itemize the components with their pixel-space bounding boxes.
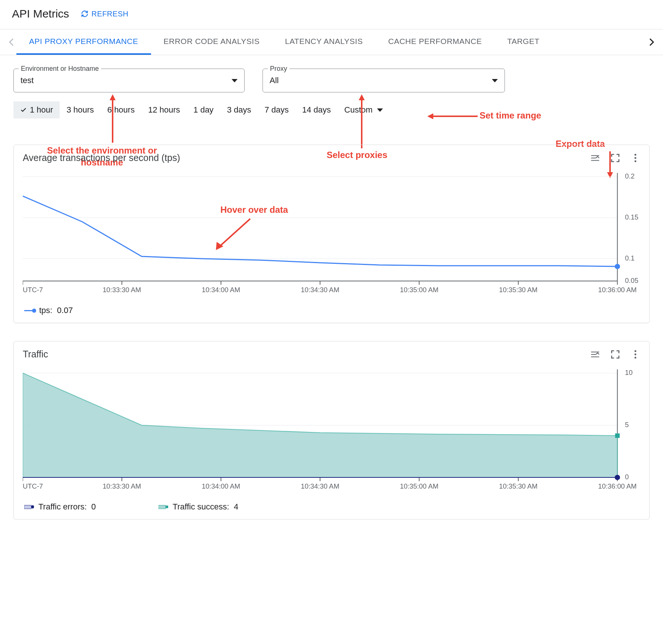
svg-text:10:36:00 AM: 10:36:00 AM	[598, 483, 637, 490]
svg-text:0.1: 0.1	[625, 255, 635, 262]
svg-text:10:35:30 AM: 10:35:30 AM	[499, 483, 537, 490]
tabs-row: API PROXY PERFORMANCE ERROR CODE ANALYSI…	[0, 29, 663, 55]
refresh-icon	[81, 10, 88, 18]
check-icon	[20, 107, 27, 113]
legend-toggle-icon[interactable]	[590, 350, 600, 359]
legend-swatch	[24, 504, 34, 509]
timerange-14days[interactable]: 14 days	[295, 101, 337, 119]
proxy-select-label: Proxy	[268, 65, 289, 73]
svg-text:10:34:30 AM: 10:34:30 AM	[301, 286, 339, 294]
chevron-down-icon	[492, 79, 498, 82]
svg-point-34	[615, 264, 620, 269]
svg-text:10:34:00 AM: 10:34:00 AM	[202, 483, 240, 490]
svg-text:10:34:00 AM: 10:34:00 AM	[202, 286, 240, 294]
proxy-select[interactable]: All	[263, 69, 505, 92]
svg-text:0: 0	[625, 473, 629, 481]
refresh-label: REFRESH	[91, 10, 128, 18]
timerange-custom-label: Custom	[344, 105, 373, 115]
tab-target[interactable]: TARGET	[494, 29, 552, 55]
timerange-12hours[interactable]: 12 hours	[141, 101, 187, 119]
chart-title: Traffic	[23, 349, 48, 360]
chart-tps[interactable]: UTC-7 10:33:30 AM 10:34:00 AM 10:34:30 A…	[23, 169, 640, 300]
svg-text:UTC-7: UTC-7	[23, 483, 43, 490]
svg-text:10:33:30 AM: 10:33:30 AM	[103, 286, 141, 294]
svg-text:10:34:30 AM: 10:34:30 AM	[301, 483, 339, 490]
legend-swatch	[24, 310, 35, 311]
tab-error-code-analysis[interactable]: ERROR CODE ANALYSIS	[151, 29, 273, 55]
chevron-left-icon	[9, 38, 14, 46]
svg-rect-66	[158, 505, 166, 509]
env-select-label: Environment or Hostname	[19, 65, 101, 73]
tab-api-proxy-performance[interactable]: API PROXY PERFORMANCE	[16, 29, 151, 55]
svg-point-38	[635, 353, 637, 355]
svg-text:10: 10	[625, 369, 632, 376]
chart-card-traffic: Traffic UTC-7 10:33:30 AM 10:34:00 AM 10…	[13, 341, 650, 520]
svg-point-39	[635, 357, 637, 359]
svg-point-8	[635, 154, 637, 155]
timerange-3days[interactable]: 3 days	[220, 101, 258, 119]
legend-item-traffic-success[interactable]: Traffic success: 4	[158, 502, 238, 512]
svg-text:5: 5	[625, 421, 629, 429]
chevron-down-icon	[232, 79, 238, 82]
tab-scroll-left[interactable]	[6, 37, 16, 47]
svg-text:10:35:30 AM: 10:35:30 AM	[499, 286, 537, 294]
timerange-7days[interactable]: 7 days	[258, 101, 295, 119]
legend-swatch	[158, 504, 168, 509]
svg-point-9	[635, 157, 637, 159]
svg-rect-64	[24, 505, 31, 509]
chevron-down-icon	[377, 108, 383, 112]
svg-text:10:36:00 AM: 10:36:00 AM	[598, 286, 637, 294]
timerange-3hours[interactable]: 3 hours	[60, 101, 100, 119]
timerange-label: 1 hour	[30, 105, 53, 115]
svg-rect-67	[166, 506, 168, 508]
timerange-6hours[interactable]: 6 hours	[101, 101, 141, 119]
svg-text:UTC-7: UTC-7	[23, 286, 43, 294]
svg-rect-63	[615, 433, 620, 438]
svg-text:10:33:30 AM: 10:33:30 AM	[103, 483, 141, 490]
tab-latency-analysis[interactable]: LATENCY ANALYSIS	[272, 29, 376, 55]
timerange-1hour[interactable]: 1 hour	[13, 101, 60, 119]
chart-traffic[interactable]: UTC-7 10:33:30 AM 10:34:00 AM 10:34:30 A…	[23, 366, 640, 496]
legend-label: Traffic success: 4	[173, 502, 238, 512]
timerange-custom[interactable]: Custom	[337, 101, 390, 119]
svg-point-62	[615, 475, 620, 480]
svg-point-10	[635, 160, 637, 162]
more-options-icon[interactable]	[631, 153, 640, 163]
more-options-icon[interactable]	[631, 350, 640, 359]
page-title: API Metrics	[12, 7, 69, 20]
svg-text:0.05: 0.05	[625, 277, 638, 284]
svg-text:0.2: 0.2	[625, 173, 635, 180]
legend-label: tps: 0.07	[39, 306, 73, 315]
chevron-right-icon	[649, 38, 654, 46]
tab-scroll-right[interactable]	[647, 37, 657, 47]
svg-point-37	[635, 350, 637, 352]
legend-label: Traffic errors: 0	[38, 502, 96, 512]
env-select-value: test	[21, 76, 34, 85]
legend-item-traffic-errors[interactable]: Traffic errors: 0	[24, 502, 96, 512]
timerange-1day[interactable]: 1 day	[187, 101, 220, 119]
svg-text:10:35:00 AM: 10:35:00 AM	[400, 286, 438, 294]
proxy-select-value: All	[270, 76, 279, 85]
legend-toggle-icon[interactable]	[590, 153, 600, 163]
legend-item-tps[interactable]: tps: 0.07	[24, 306, 73, 315]
fullscreen-icon[interactable]	[610, 350, 620, 359]
tab-cache-performance[interactable]: CACHE PERFORMANCE	[376, 29, 494, 55]
chart-card-tps: Average transactions per second (tps) UT	[13, 145, 650, 323]
refresh-button[interactable]: REFRESH	[81, 10, 128, 18]
fullscreen-icon[interactable]	[610, 153, 620, 163]
timerange-row: 1 hour 3 hours 6 hours 12 hours 1 day 3 …	[0, 92, 663, 119]
svg-text:10:35:00 AM: 10:35:00 AM	[400, 483, 438, 490]
svg-text:0.15: 0.15	[625, 214, 638, 221]
chart-title: Average transactions per second (tps)	[23, 152, 180, 163]
